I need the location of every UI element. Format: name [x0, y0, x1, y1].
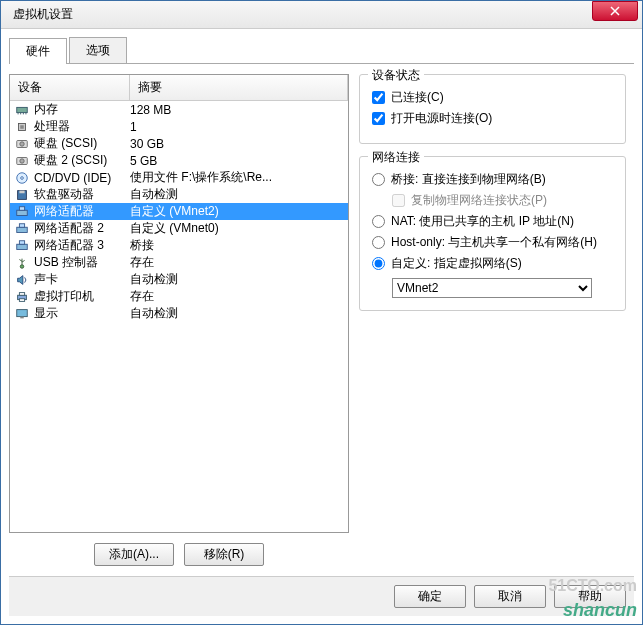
svg-rect-3 — [23, 112, 24, 114]
device-row[interactable]: 网络适配器 2自定义 (VMnet0) — [10, 220, 348, 237]
hdd-icon — [14, 153, 30, 169]
device-name: 网络适配器 — [34, 203, 130, 220]
right-panel: 设备状态 已连接(C) 打开电源时连接(O) 网络连接 桥接: 直接连接到物理网… — [359, 74, 634, 576]
bridged-row: 桥接: 直接连接到物理网络(B) — [372, 171, 613, 188]
svg-point-10 — [20, 158, 24, 162]
svg-rect-16 — [19, 206, 24, 210]
poweron-row: 打开电源时连接(O) — [372, 110, 613, 127]
device-row[interactable]: 虚拟打印机存在 — [10, 288, 348, 305]
device-status-group: 设备状态 已连接(C) 打开电源时连接(O) — [359, 74, 626, 144]
device-name: 硬盘 (SCSI) — [34, 135, 130, 152]
device-row[interactable]: 网络适配器自定义 (VMnet2) — [10, 203, 348, 220]
device-name: 网络适配器 3 — [34, 237, 130, 254]
list-body: 内存128 MB处理器1硬盘 (SCSI)30 GB硬盘 2 (SCSI)5 G… — [10, 101, 348, 322]
printer-icon — [14, 289, 30, 305]
device-summary: 使用文件 F:\操作系统\Re... — [130, 169, 344, 186]
replicate-label: 复制物理网络连接状态(P) — [411, 192, 547, 209]
device-row[interactable]: 硬盘 2 (SCSI)5 GB — [10, 152, 348, 169]
svg-point-12 — [21, 176, 24, 179]
device-row[interactable]: USB 控制器存在 — [10, 254, 348, 271]
device-name: USB 控制器 — [34, 254, 130, 271]
device-row[interactable]: 声卡自动检测 — [10, 271, 348, 288]
svg-rect-2 — [20, 112, 21, 114]
svg-rect-4 — [26, 112, 27, 114]
vnet-select-row: VMnet2 — [392, 278, 613, 298]
device-name: 硬盘 2 (SCSI) — [34, 152, 130, 169]
device-name: CD/DVD (IDE) — [34, 171, 130, 185]
svg-rect-25 — [17, 309, 28, 316]
connected-checkbox[interactable] — [372, 91, 385, 104]
device-name: 内存 — [34, 101, 130, 118]
device-name: 显示 — [34, 305, 130, 322]
device-row[interactable]: CD/DVD (IDE)使用文件 F:\操作系统\Re... — [10, 169, 348, 186]
device-name: 软盘驱动器 — [34, 186, 130, 203]
ok-button[interactable]: 确定 — [394, 585, 466, 608]
device-row[interactable]: 硬盘 (SCSI)30 GB — [10, 135, 348, 152]
network-group: 网络连接 桥接: 直接连接到物理网络(B) 复制物理网络连接状态(P) NAT:… — [359, 156, 626, 311]
device-summary: 自动检测 — [130, 271, 344, 288]
device-summary: 存在 — [130, 288, 344, 305]
custom-radio[interactable] — [372, 257, 385, 270]
cancel-button[interactable]: 取消 — [474, 585, 546, 608]
nic-icon — [14, 238, 30, 254]
device-row[interactable]: 网络适配器 3桥接 — [10, 237, 348, 254]
close-icon — [610, 6, 620, 16]
nat-label: NAT: 使用已共享的主机 IP 地址(N) — [391, 213, 574, 230]
device-row[interactable]: 处理器1 — [10, 118, 348, 135]
svg-rect-24 — [19, 298, 24, 301]
svg-rect-18 — [19, 223, 24, 227]
bridged-label: 桥接: 直接连接到物理网络(B) — [391, 171, 546, 188]
hdd-icon — [14, 136, 30, 152]
nat-radio[interactable] — [372, 215, 385, 228]
svg-rect-26 — [20, 316, 24, 318]
bridged-radio[interactable] — [372, 173, 385, 186]
device-summary: 自动检测 — [130, 305, 344, 322]
device-summary: 自定义 (VMnet0) — [130, 220, 344, 237]
remove-button[interactable]: 移除(R) — [184, 543, 264, 566]
svg-rect-20 — [19, 240, 24, 244]
svg-point-8 — [20, 141, 24, 145]
sound-icon — [14, 272, 30, 288]
content-area: 硬件 选项 设备 摘要 内存128 MB处理器1硬盘 (SCSI)30 GB硬盘… — [1, 29, 642, 624]
device-summary: 5 GB — [130, 154, 344, 168]
left-buttons: 添加(A)... 移除(R) — [9, 533, 349, 576]
svg-rect-15 — [17, 210, 28, 215]
col-summary: 摘要 — [130, 75, 348, 100]
custom-row: 自定义: 指定虚拟网络(S) — [372, 255, 613, 272]
svg-rect-17 — [17, 227, 28, 232]
poweron-checkbox[interactable] — [372, 112, 385, 125]
col-device: 设备 — [10, 75, 130, 100]
left-panel: 设备 摘要 内存128 MB处理器1硬盘 (SCSI)30 GB硬盘 2 (SC… — [9, 74, 349, 576]
vm-settings-window: 虚拟机设置 硬件 选项 设备 摘要 内存128 MB处理器1硬盘 (SCSI)3… — [0, 0, 643, 625]
poweron-label: 打开电源时连接(O) — [391, 110, 492, 127]
connected-row: 已连接(C) — [372, 89, 613, 106]
close-button[interactable] — [592, 1, 638, 21]
window-title: 虚拟机设置 — [5, 6, 592, 23]
list-header: 设备 摘要 — [10, 75, 348, 101]
nic-icon — [14, 221, 30, 237]
hostonly-radio[interactable] — [372, 236, 385, 249]
hostonly-row: Host-only: 与主机共享一个私有网络(H) — [372, 234, 613, 251]
device-row[interactable]: 显示自动检测 — [10, 305, 348, 322]
device-summary: 桥接 — [130, 237, 344, 254]
device-summary: 1 — [130, 120, 344, 134]
custom-label: 自定义: 指定虚拟网络(S) — [391, 255, 522, 272]
device-summary: 128 MB — [130, 103, 344, 117]
device-row[interactable]: 内存128 MB — [10, 101, 348, 118]
add-button[interactable]: 添加(A)... — [94, 543, 174, 566]
nic-icon — [14, 204, 30, 220]
svg-rect-6 — [20, 125, 24, 129]
network-title: 网络连接 — [368, 149, 424, 166]
svg-rect-19 — [17, 244, 28, 249]
panels: 设备 摘要 内存128 MB处理器1硬盘 (SCSI)30 GB硬盘 2 (SC… — [9, 64, 634, 576]
svg-point-21 — [20, 264, 24, 268]
help-button[interactable]: 帮助 — [554, 585, 626, 608]
device-name: 网络适配器 2 — [34, 220, 130, 237]
device-row[interactable]: 软盘驱动器自动检测 — [10, 186, 348, 203]
tab-hardware[interactable]: 硬件 — [9, 38, 67, 64]
tab-options[interactable]: 选项 — [69, 37, 127, 63]
vnet-select[interactable]: VMnet2 — [392, 278, 592, 298]
device-name: 处理器 — [34, 118, 130, 135]
device-summary: 存在 — [130, 254, 344, 271]
device-list: 设备 摘要 内存128 MB处理器1硬盘 (SCSI)30 GB硬盘 2 (SC… — [9, 74, 349, 533]
